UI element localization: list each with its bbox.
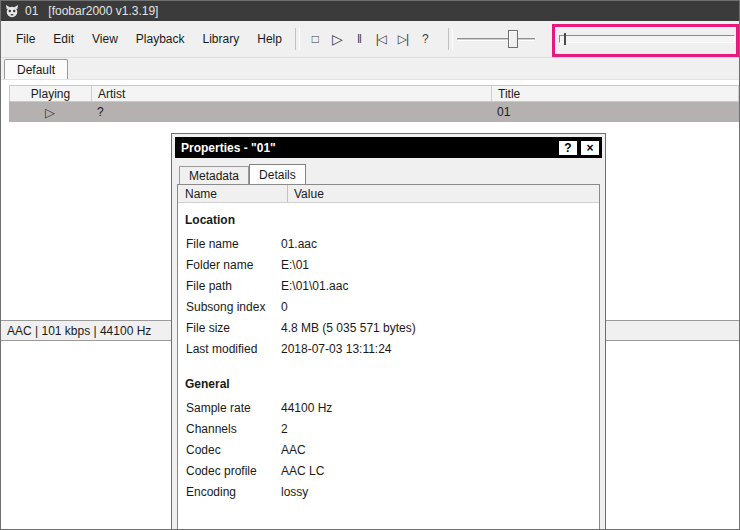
property-value: 2 <box>281 422 599 436</box>
volume-slider[interactable] <box>453 21 539 58</box>
dialog-tabbar: Metadata Details <box>179 164 602 184</box>
menu-item-edit[interactable]: Edit <box>44 28 83 50</box>
cell-artist: ? <box>91 102 491 122</box>
foobar2000-window: 01 [foobar2000 v1.3.19] File Edit View P… <box>0 0 740 530</box>
property-name: Sample rate <box>178 401 281 415</box>
column-header-artist[interactable]: Artist <box>92 86 492 101</box>
property-name: File path <box>178 279 281 293</box>
toolbar-grip <box>295 28 300 50</box>
property-name: File size <box>178 321 281 335</box>
window-title: 01 [foobar2000 v1.3.19] <box>25 4 158 18</box>
pause-button[interactable]: ‖ <box>348 28 370 50</box>
menu-toolbar: File Edit View Playback Library Help □ ▷… <box>1 21 739 58</box>
menu-item-library[interactable]: Library <box>194 28 249 50</box>
property-value: 0 <box>281 300 599 314</box>
play-button[interactable]: ▷ <box>326 28 348 50</box>
property-name: Channels <box>178 422 281 436</box>
menu-item-view[interactable]: View <box>83 28 127 50</box>
property-row[interactable]: Codec profile AAC LC <box>178 460 599 481</box>
seekbar-position-marker[interactable] <box>564 33 566 45</box>
next-button[interactable]: ▷| <box>392 28 414 50</box>
tab-default[interactable]: Default <box>4 59 68 79</box>
tab-metadata[interactable]: Metadata <box>179 166 249 184</box>
details-grid-header: Name Value <box>178 185 599 203</box>
property-row[interactable]: Encoding lossy <box>178 481 599 502</box>
tab-details[interactable]: Details <box>249 164 306 184</box>
property-value: 01.aac <box>281 237 599 251</box>
section-title-location: Location <box>185 213 599 227</box>
property-row[interactable]: Folder name E:\01 <box>178 254 599 275</box>
stop-button[interactable]: □ <box>304 28 326 50</box>
property-row[interactable]: Subsong index 0 <box>178 296 599 317</box>
column-header-title[interactable]: Title <box>492 86 739 101</box>
window-titlebar: 01 [foobar2000 v1.3.19] <box>1 1 739 21</box>
dialog-titlebar[interactable]: Properties - "01" ? × <box>175 137 602 158</box>
track-info-text: AAC | 101 kbps | 44100 Hz <box>7 324 151 338</box>
properties-dialog: Properties - "01" ? × Metadata Details N… <box>171 133 606 530</box>
property-value: 44100 Hz <box>281 401 599 415</box>
menu-item-help[interactable]: Help <box>248 28 291 50</box>
property-row[interactable]: Sample rate 44100 Hz <box>178 397 599 418</box>
property-row[interactable]: Channels 2 <box>178 418 599 439</box>
playing-indicator-icon: ▷ <box>9 102 91 122</box>
random-button[interactable]: ? <box>414 28 436 50</box>
volume-track <box>457 38 535 41</box>
property-name: Codec <box>178 443 281 457</box>
playlist-row-selected[interactable]: ▷ ? 01 <box>9 102 739 122</box>
property-value: AAC <box>281 443 599 457</box>
property-name: Last modified <box>178 342 281 356</box>
seekbar-track[interactable] <box>559 35 735 43</box>
property-value: 4.8 MB (5 035 571 bytes) <box>281 321 599 335</box>
property-value: AAC LC <box>281 464 599 478</box>
property-value: 2018-07-03 13:11:24 <box>281 342 599 356</box>
dialog-close-button[interactable]: × <box>580 140 600 156</box>
app-icon <box>5 4 19 18</box>
column-header-playing[interactable]: Playing <box>10 86 92 101</box>
dialog-title: Properties - "01" <box>181 141 276 155</box>
property-row[interactable]: File size 4.8 MB (5 035 571 bytes) <box>178 317 599 338</box>
menu-item-file[interactable]: File <box>7 28 44 50</box>
playlist-header: Playing Artist Title <box>9 85 739 102</box>
property-name: Subsong index <box>178 300 281 314</box>
seekbar[interactable] <box>559 21 737 58</box>
volume-thumb[interactable] <box>508 30 518 48</box>
column-header-name[interactable]: Name <box>178 185 288 202</box>
property-row[interactable]: File path E:\01\01.aac <box>178 275 599 296</box>
dialog-help-button[interactable]: ? <box>558 140 578 156</box>
menu-item-playback[interactable]: Playback <box>127 28 194 50</box>
property-name: File name <box>178 237 281 251</box>
previous-button[interactable]: |◁ <box>370 28 392 50</box>
property-row[interactable]: Codec AAC <box>178 439 599 460</box>
property-name: Encoding <box>178 485 281 499</box>
property-name: Codec profile <box>178 464 281 478</box>
details-pane: Name Value Location File name 01.aac Fol… <box>177 184 600 530</box>
property-value: E:\01 <box>281 258 599 272</box>
property-row[interactable]: Last modified 2018-07-03 13:11:24 <box>178 338 599 359</box>
cell-title: 01 <box>491 102 739 122</box>
property-value: E:\01\01.aac <box>281 279 599 293</box>
property-row[interactable]: File name 01.aac <box>178 233 599 254</box>
column-header-value[interactable]: Value <box>288 185 599 202</box>
property-value: lossy <box>281 485 599 499</box>
property-name: Folder name <box>178 258 281 272</box>
playlist-tabbar: Default <box>1 58 739 80</box>
section-title-general: General <box>185 377 599 391</box>
